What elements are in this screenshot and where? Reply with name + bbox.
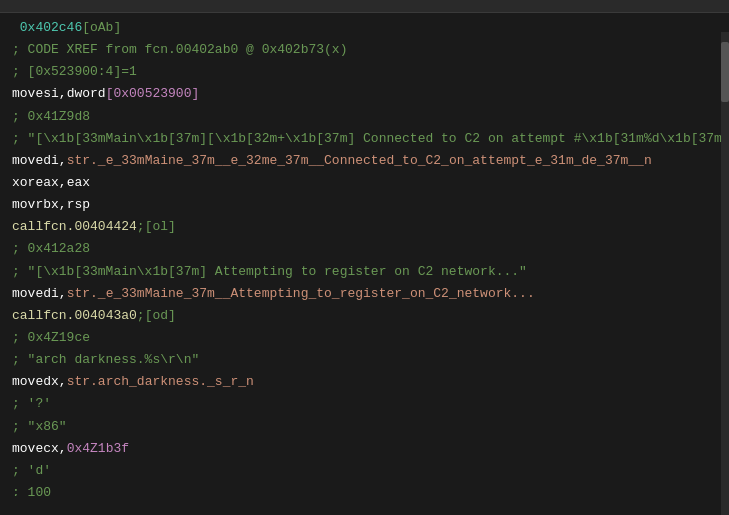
code-line: ; "arch darkness.%s\r\n"	[0, 349, 729, 371]
code-line: ; [0x523900:4]=1	[0, 61, 729, 83]
code-line: call fcn.004043a0;[od]	[0, 305, 729, 327]
code-line: mov edi, str._e_33mMaine_37m__e_32me_37m…	[0, 150, 729, 172]
code-line: ; '?'	[0, 393, 729, 415]
code-container: 0x402c46 [oAb]; CODE XREF from fcn.00402…	[0, 0, 729, 515]
code-line: ; "x86"	[0, 416, 729, 438]
code-line: call fcn.00404424;[ol]	[0, 216, 729, 238]
code-line: ; 0x412a28	[0, 238, 729, 260]
code-line: ; "[\x1b[33mMain\x1b[37m][\x1b[32m+\x1b[…	[0, 128, 729, 150]
code-line: ; 'd'	[0, 460, 729, 482]
code-line: 0x402c46 [oAb]	[0, 17, 729, 39]
code-line: ; 100	[0, 482, 729, 496]
scrollbar[interactable]	[721, 32, 729, 515]
scrollbar-thumb[interactable]	[721, 42, 729, 102]
code-line: xor eax, eax	[0, 172, 729, 194]
code-line: ; 0x41Z9d8	[0, 106, 729, 128]
code-line: mov rbx, rsp	[0, 194, 729, 216]
code-line: ; CODE XREF from fcn.00402ab0 @ 0x402b73…	[0, 39, 729, 61]
code-line: mov ecx, 0x4Z1b3f	[0, 438, 729, 460]
code-body[interactable]: 0x402c46 [oAb]; CODE XREF from fcn.00402…	[0, 13, 729, 496]
code-header	[0, 0, 729, 13]
code-line: ; "[\x1b[33mMain\x1b[37m] Attempting to …	[0, 261, 729, 283]
code-line: mov esi, dword [0x00523900]	[0, 83, 729, 105]
code-line: mov edx, str.arch_darkness._s_r_n	[0, 371, 729, 393]
code-line: ; 0x4Z19ce	[0, 327, 729, 349]
code-line: mov edi, str._e_33mMaine_37m__Attempting…	[0, 283, 729, 305]
